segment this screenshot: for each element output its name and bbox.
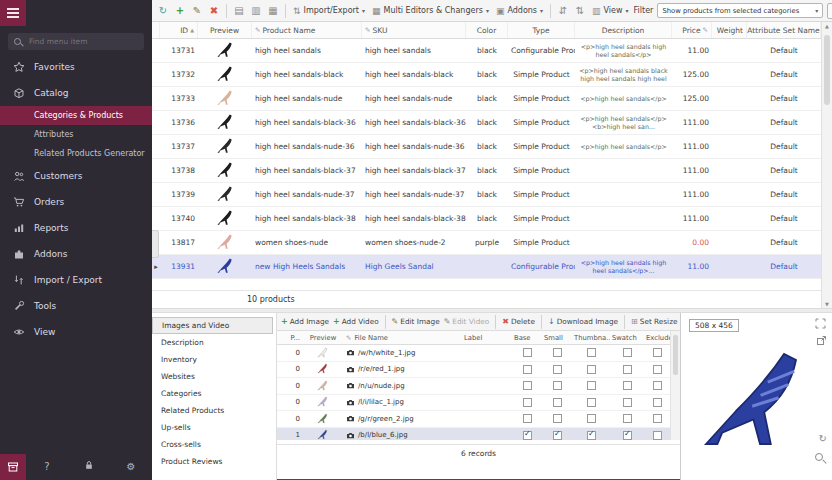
detail-tab[interactable]: Description (152, 334, 276, 351)
small-checkbox[interactable] (553, 398, 562, 407)
column-header-file-name[interactable]: ✎File Name (344, 334, 462, 342)
add-product-button[interactable]: + (173, 5, 187, 16)
image-row[interactable]: 0 /l/i/lilac_1.jpg (277, 395, 670, 412)
scrollbar-thumb[interactable] (824, 35, 830, 105)
sidebar-item-customers[interactable]: Customers (0, 163, 152, 189)
edit-image-button[interactable]: ✎Edit Image (392, 317, 440, 326)
column-header-position[interactable]: P... (284, 334, 302, 342)
swatch-checkbox[interactable] (623, 348, 632, 357)
column-header-label[interactable]: Label (462, 334, 512, 342)
sidebar-item-import-export[interactable]: Import / Export (0, 267, 152, 293)
exclude-checkbox[interactable] (653, 414, 662, 423)
swatch-checkbox[interactable] (623, 414, 632, 423)
swatch-checkbox[interactable] (623, 431, 632, 440)
column-header-description[interactable]: Description (575, 22, 672, 38)
sidebar-search[interactable] (8, 33, 144, 50)
table-row[interactable]: 13817 women shoes-nude women shoes-nude-… (152, 231, 821, 255)
image-row[interactable]: 0 /r/e/red_1.jpg (277, 362, 670, 379)
base-checkbox[interactable] (523, 381, 532, 390)
exclude-checkbox[interactable] (653, 348, 662, 357)
base-checkbox[interactable] (523, 414, 532, 423)
table-row[interactable]: 13740 high heel sandals-black-38 high he… (152, 207, 821, 231)
hamburger-menu-button[interactable] (0, 0, 26, 26)
detail-tab[interactable]: Categories (152, 385, 276, 402)
thumbnail-checkbox[interactable] (587, 398, 596, 407)
swatch-checkbox[interactable] (623, 398, 632, 407)
delete-image-button[interactable]: ✖Delete (502, 317, 535, 326)
thumbnail-checkbox[interactable] (587, 365, 596, 374)
table-row[interactable]: 13733 high heel sandals-nude high heel s… (152, 87, 821, 111)
open-external-button[interactable] (816, 335, 827, 348)
columns-button[interactable]: ▦ (266, 5, 280, 16)
detail-tab[interactable]: Cross-sells (152, 436, 276, 453)
delete-product-button[interactable]: ✖ (207, 5, 221, 16)
exclude-checkbox[interactable] (653, 431, 662, 440)
vertical-scrollbar[interactable]: ▲ ▼ (821, 22, 832, 308)
column-header-preview[interactable]: Preview (198, 22, 252, 38)
zoom-button[interactable] (815, 453, 826, 464)
thumbnail-checkbox[interactable] (587, 381, 596, 390)
copy-button[interactable]: ▤ (232, 5, 246, 16)
settings-button[interactable]: ⚙ (110, 454, 152, 480)
column-header-base[interactable]: Base (512, 334, 542, 342)
scroll-up-arrow[interactable]: ▲ (822, 23, 832, 29)
detail-tab[interactable]: Websites (152, 368, 276, 385)
images-vertical-scrollbar[interactable] (670, 331, 680, 440)
sidebar-item-attributes[interactable]: Attributes (0, 125, 152, 144)
small-checkbox[interactable] (553, 381, 562, 390)
column-header-thumbnail[interactable]: Thumbna... (572, 334, 610, 342)
table-row[interactable]: 13737 high heel sandals-nude-36 high hee… (152, 135, 821, 159)
column-header-color[interactable]: Color (466, 22, 508, 38)
column-header-preview[interactable]: Preview (302, 334, 344, 342)
sidebar-collapse-handle[interactable] (152, 230, 159, 258)
lock-button[interactable] (68, 454, 110, 480)
column-header-id[interactable]: ID▲ (160, 22, 198, 38)
scrollbar-thumb[interactable] (673, 335, 678, 375)
edit-product-button[interactable]: ✎ (190, 5, 204, 16)
column-header-type[interactable]: Type (508, 22, 575, 38)
table-row[interactable]: 13736 high heel sandals-black-36 high he… (152, 111, 821, 135)
small-checkbox[interactable] (553, 414, 562, 423)
download-image-button[interactable]: ↓Download Image (548, 317, 618, 326)
base-checkbox[interactable] (523, 431, 532, 440)
base-checkbox[interactable] (523, 348, 532, 357)
filters-button[interactable]: Filters ▾ (827, 3, 832, 19)
image-row[interactable]: 0 /n/u/nude.jpg (277, 378, 670, 395)
image-row[interactable]: 1 /b/l/blue_6.jpg (277, 428, 670, 441)
addons-dropdown[interactable]: ▣ Addons ▾ (494, 6, 545, 16)
column-header-swatch[interactable]: Swatch (610, 334, 644, 342)
paste-button[interactable]: ▥ (249, 5, 263, 16)
sidebar-item-view[interactable]: View (0, 319, 152, 345)
multi-editors-dropdown[interactable]: ▦ Multi Editors & Changers ▾ (370, 6, 491, 16)
sidebar-item-favorites[interactable]: Favorites (0, 54, 152, 80)
filter-select[interactable]: Show products from selected categories ▾ (657, 3, 823, 18)
small-checkbox[interactable] (553, 365, 562, 374)
edit-video-button[interactable]: ✎Edit Video (444, 317, 490, 326)
image-row[interactable]: 0 /w/h/white_1.jpg (277, 345, 670, 362)
swatch-checkbox[interactable] (623, 381, 632, 390)
expand-button[interactable] (815, 318, 826, 331)
image-row[interactable]: 0 /g/r/green_2.jpg (277, 411, 670, 428)
sidebar-item-orders[interactable]: Orders (0, 189, 152, 215)
sidebar-item-catalog[interactable]: Catalog (0, 80, 152, 106)
column-header-price[interactable]: Price✎ (672, 22, 712, 38)
thumbnail-checkbox[interactable] (587, 414, 596, 423)
import-export-dropdown[interactable]: ⇅ Import/Export ▾ (291, 6, 367, 16)
sort-ascending-button[interactable]: ⇵ (556, 5, 570, 16)
table-row[interactable]: 13931 new High Heels Sandals High Geels … (152, 255, 821, 279)
column-header-attribute-set[interactable]: Attribute Set Name (747, 22, 821, 38)
scroll-down-arrow[interactable]: ▼ (822, 301, 832, 307)
archive-button[interactable] (0, 454, 26, 480)
detail-tab[interactable]: Up-sells (152, 419, 276, 436)
column-header-sku[interactable]: ✎SKU (362, 22, 466, 38)
help-button[interactable]: ? (26, 454, 68, 480)
small-checkbox[interactable] (553, 431, 562, 440)
sort-button[interactable]: ⇅ (573, 5, 587, 16)
exclude-checkbox[interactable] (653, 398, 662, 407)
column-header-product-name[interactable]: ✎Product Name (252, 22, 362, 38)
detail-tab[interactable]: Images and Video (152, 317, 273, 334)
detail-tab[interactable]: Related Products (152, 402, 276, 419)
add-video-button[interactable]: +Add Video (333, 317, 379, 326)
swatch-checkbox[interactable] (623, 365, 632, 374)
table-row[interactable]: 13739 high heel sandals-nude-37 high hee… (152, 183, 821, 207)
